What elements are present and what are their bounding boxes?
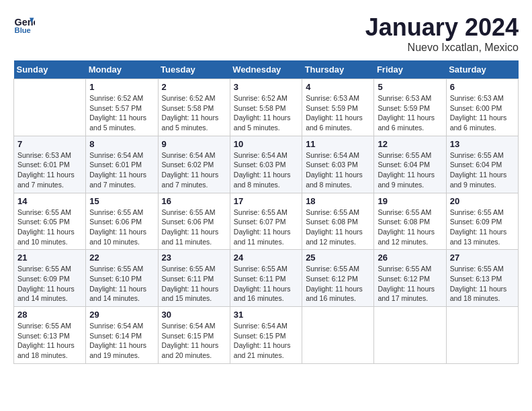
- calendar-day-cell: [302, 307, 374, 364]
- calendar-day-cell: 31Sunrise: 6:54 AM Sunset: 6:15 PM Dayli…: [230, 307, 302, 364]
- day-info: Sunrise: 6:55 AM Sunset: 6:08 PM Dayligh…: [378, 208, 442, 247]
- day-number: 5: [378, 82, 442, 92]
- day-number: 16: [162, 196, 226, 206]
- calendar-day-cell: [446, 307, 518, 364]
- calendar-day-cell: 14Sunrise: 6:55 AM Sunset: 6:05 PM Dayli…: [14, 193, 86, 250]
- calendar-day-cell: 22Sunrise: 6:55 AM Sunset: 6:10 PM Dayli…: [86, 250, 158, 307]
- day-number: 24: [234, 253, 298, 263]
- day-number: 1: [89, 82, 154, 92]
- calendar-day-cell: 5Sunrise: 6:53 AM Sunset: 5:59 PM Daylig…: [374, 79, 446, 136]
- calendar-day-cell: 23Sunrise: 6:55 AM Sunset: 6:11 PM Dayli…: [158, 250, 230, 307]
- calendar-day-cell: 13Sunrise: 6:55 AM Sunset: 6:04 PM Dayli…: [446, 136, 518, 193]
- calendar-day-cell: 20Sunrise: 6:55 AM Sunset: 6:09 PM Dayli…: [446, 193, 518, 250]
- weekday-header: Friday: [374, 60, 446, 79]
- day-info: Sunrise: 6:55 AM Sunset: 6:10 PM Dayligh…: [89, 264, 154, 304]
- calendar-week-row: 7Sunrise: 6:53 AM Sunset: 6:01 PM Daylig…: [14, 136, 519, 193]
- day-info: Sunrise: 6:53 AM Sunset: 6:01 PM Dayligh…: [17, 150, 82, 190]
- day-number: 30: [162, 310, 226, 320]
- day-number: 29: [89, 310, 154, 320]
- day-number: 19: [378, 196, 442, 206]
- day-number: 10: [234, 139, 298, 149]
- calendar-day-cell: 30Sunrise: 6:54 AM Sunset: 6:15 PM Dayli…: [158, 307, 230, 364]
- weekday-header: Monday: [86, 60, 158, 79]
- day-info: Sunrise: 6:54 AM Sunset: 6:03 PM Dayligh…: [306, 150, 370, 190]
- day-info: Sunrise: 6:55 AM Sunset: 6:08 PM Dayligh…: [306, 208, 370, 247]
- weekday-header: Saturday: [446, 60, 518, 79]
- day-number: 22: [89, 253, 154, 263]
- calendar-day-cell: 7Sunrise: 6:53 AM Sunset: 6:01 PM Daylig…: [14, 136, 86, 193]
- day-info: Sunrise: 6:55 AM Sunset: 6:04 PM Dayligh…: [450, 150, 515, 190]
- calendar-day-cell: 26Sunrise: 6:55 AM Sunset: 6:12 PM Dayli…: [374, 250, 446, 307]
- calendar-day-cell: 4Sunrise: 6:53 AM Sunset: 5:59 PM Daylig…: [302, 79, 374, 136]
- day-number: 25: [306, 253, 370, 263]
- calendar-day-cell: [14, 79, 86, 136]
- calendar-day-cell: 8Sunrise: 6:54 AM Sunset: 6:01 PM Daylig…: [86, 136, 158, 193]
- title-section: January 2024 Nuevo Ixcatlan, Mexico: [365, 13, 519, 54]
- weekday-header: Thursday: [302, 60, 374, 79]
- day-info: Sunrise: 6:55 AM Sunset: 6:06 PM Dayligh…: [89, 208, 154, 247]
- calendar-week-row: 28Sunrise: 6:55 AM Sunset: 6:13 PM Dayli…: [14, 307, 519, 364]
- calendar-day-cell: 3Sunrise: 6:52 AM Sunset: 5:58 PM Daylig…: [230, 79, 302, 136]
- day-info: Sunrise: 6:55 AM Sunset: 6:07 PM Dayligh…: [234, 208, 298, 247]
- day-info: Sunrise: 6:53 AM Sunset: 6:00 PM Dayligh…: [450, 93, 515, 133]
- weekday-header-row: SundayMondayTuesdayWednesdayThursdayFrid…: [14, 60, 519, 79]
- day-info: Sunrise: 6:54 AM Sunset: 6:14 PM Dayligh…: [89, 321, 154, 361]
- day-info: Sunrise: 6:54 AM Sunset: 6:15 PM Dayligh…: [162, 321, 226, 361]
- day-number: 15: [89, 196, 154, 206]
- calendar-day-cell: 25Sunrise: 6:55 AM Sunset: 6:12 PM Dayli…: [302, 250, 374, 307]
- day-number: 8: [89, 139, 154, 149]
- day-info: Sunrise: 6:55 AM Sunset: 6:05 PM Dayligh…: [17, 208, 82, 247]
- calendar-day-cell: 27Sunrise: 6:55 AM Sunset: 6:13 PM Dayli…: [446, 250, 518, 307]
- day-info: Sunrise: 6:55 AM Sunset: 6:04 PM Dayligh…: [378, 150, 442, 190]
- calendar-day-cell: 2Sunrise: 6:52 AM Sunset: 5:58 PM Daylig…: [158, 79, 230, 136]
- day-info: Sunrise: 6:55 AM Sunset: 6:13 PM Dayligh…: [450, 264, 515, 304]
- calendar-day-cell: 6Sunrise: 6:53 AM Sunset: 6:00 PM Daylig…: [446, 79, 518, 136]
- logo: General Blue: [13, 13, 35, 35]
- calendar-day-cell: 28Sunrise: 6:55 AM Sunset: 6:13 PM Dayli…: [14, 307, 86, 364]
- day-number: 3: [234, 82, 298, 92]
- day-info: Sunrise: 6:55 AM Sunset: 6:13 PM Dayligh…: [17, 321, 82, 361]
- day-number: 4: [306, 82, 370, 92]
- day-number: 9: [162, 139, 226, 149]
- day-info: Sunrise: 6:52 AM Sunset: 5:58 PM Dayligh…: [234, 93, 298, 133]
- calendar-day-cell: 11Sunrise: 6:54 AM Sunset: 6:03 PM Dayli…: [302, 136, 374, 193]
- calendar-day-cell: 15Sunrise: 6:55 AM Sunset: 6:06 PM Dayli…: [86, 193, 158, 250]
- day-number: 2: [162, 82, 226, 92]
- calendar-table: SundayMondayTuesdayWednesdayThursdayFrid…: [13, 60, 519, 364]
- logo-icon: General Blue: [13, 13, 35, 35]
- day-info: Sunrise: 6:55 AM Sunset: 6:12 PM Dayligh…: [378, 264, 442, 304]
- calendar-week-row: 1Sunrise: 6:52 AM Sunset: 5:57 PM Daylig…: [14, 79, 519, 136]
- location: Nuevo Ixcatlan, Mexico: [365, 42, 519, 54]
- day-info: Sunrise: 6:55 AM Sunset: 6:09 PM Dayligh…: [450, 208, 515, 247]
- calendar-day-cell: 29Sunrise: 6:54 AM Sunset: 6:14 PM Dayli…: [86, 307, 158, 364]
- calendar-week-row: 14Sunrise: 6:55 AM Sunset: 6:05 PM Dayli…: [14, 193, 519, 250]
- svg-text:Blue: Blue: [15, 26, 31, 34]
- day-number: 12: [378, 139, 442, 149]
- day-number: 14: [17, 196, 82, 206]
- day-info: Sunrise: 6:54 AM Sunset: 6:15 PM Dayligh…: [234, 321, 298, 361]
- day-info: Sunrise: 6:55 AM Sunset: 6:12 PM Dayligh…: [306, 264, 370, 304]
- day-number: 13: [450, 139, 515, 149]
- day-info: Sunrise: 6:52 AM Sunset: 5:57 PM Dayligh…: [89, 93, 154, 133]
- day-number: 26: [378, 253, 442, 263]
- day-number: 21: [17, 253, 82, 263]
- day-number: 31: [234, 310, 298, 320]
- calendar-day-cell: 21Sunrise: 6:55 AM Sunset: 6:09 PM Dayli…: [14, 250, 86, 307]
- day-info: Sunrise: 6:55 AM Sunset: 6:06 PM Dayligh…: [162, 208, 226, 247]
- weekday-header: Wednesday: [230, 60, 302, 79]
- calendar-day-cell: 1Sunrise: 6:52 AM Sunset: 5:57 PM Daylig…: [86, 79, 158, 136]
- day-number: 23: [162, 253, 226, 263]
- day-info: Sunrise: 6:54 AM Sunset: 6:03 PM Dayligh…: [234, 150, 298, 190]
- day-number: 6: [450, 82, 515, 92]
- day-info: Sunrise: 6:53 AM Sunset: 5:59 PM Dayligh…: [378, 93, 442, 133]
- day-info: Sunrise: 6:52 AM Sunset: 5:58 PM Dayligh…: [162, 93, 226, 133]
- day-number: 7: [17, 139, 82, 149]
- weekday-header: Tuesday: [158, 60, 230, 79]
- calendar-day-cell: 17Sunrise: 6:55 AM Sunset: 6:07 PM Dayli…: [230, 193, 302, 250]
- day-info: Sunrise: 6:53 AM Sunset: 5:59 PM Dayligh…: [306, 93, 370, 133]
- day-info: Sunrise: 6:55 AM Sunset: 6:09 PM Dayligh…: [17, 264, 82, 304]
- day-info: Sunrise: 6:54 AM Sunset: 6:02 PM Dayligh…: [162, 150, 226, 190]
- calendar-day-cell: 18Sunrise: 6:55 AM Sunset: 6:08 PM Dayli…: [302, 193, 374, 250]
- month-title: January 2024: [365, 13, 519, 42]
- calendar-day-cell: 9Sunrise: 6:54 AM Sunset: 6:02 PM Daylig…: [158, 136, 230, 193]
